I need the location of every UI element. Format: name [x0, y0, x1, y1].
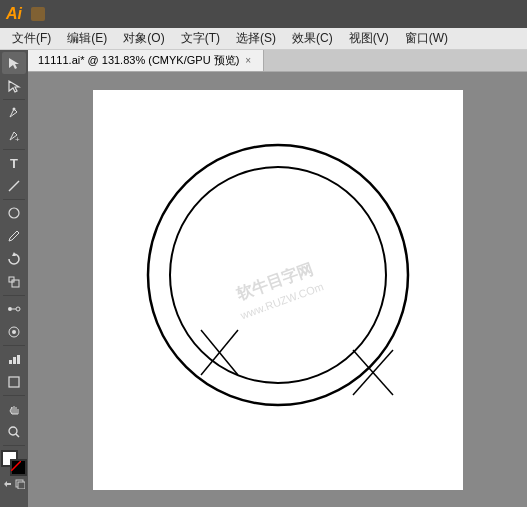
menu-effect[interactable]: 效果(C)	[284, 28, 341, 49]
artwork-svg	[93, 90, 463, 490]
svg-rect-17	[17, 355, 20, 364]
color-swatches[interactable]	[1, 450, 27, 476]
add-anchor-tool[interactable]: +	[2, 125, 26, 147]
svg-line-5	[9, 181, 19, 191]
svg-rect-23	[18, 482, 25, 489]
direct-select-tool[interactable]	[2, 75, 26, 97]
svg-line-21	[11, 461, 21, 471]
artboard-tool[interactable]	[2, 371, 26, 393]
divider-5	[3, 345, 25, 346]
line-tool[interactable]	[2, 175, 26, 197]
tab-label: 11111.ai* @ 131.83% (CMYK/GPU 预览)	[38, 53, 239, 68]
svg-text:+: +	[15, 135, 20, 143]
none-icon	[11, 460, 21, 470]
canvas-wrapper[interactable]: 软牛目字网 www.RUZW.COm	[28, 72, 527, 507]
svg-rect-18	[9, 377, 19, 387]
svg-rect-15	[9, 360, 12, 364]
svg-marker-1	[9, 58, 19, 69]
tab-close-button[interactable]: ×	[243, 55, 253, 66]
tab-bar: 11111.ai* @ 131.83% (CMYK/GPU 预览) ×	[28, 50, 527, 72]
divider-4	[3, 295, 25, 296]
default-colors-icon[interactable]	[15, 479, 25, 489]
artboard: 软牛目字网 www.RUZW.COm	[93, 90, 463, 490]
rotate-tool[interactable]	[2, 248, 26, 270]
divider-3	[3, 199, 25, 200]
divider-1	[3, 99, 25, 100]
svg-point-11	[16, 307, 20, 311]
symbol-tool[interactable]	[2, 321, 26, 343]
canvas-area: 11111.ai* @ 131.83% (CMYK/GPU 预览) × 软牛目字…	[28, 50, 527, 507]
svg-rect-16	[13, 357, 16, 364]
menu-select[interactable]: 选择(S)	[228, 28, 284, 49]
svg-marker-2	[9, 81, 19, 92]
menu-file[interactable]: 文件(F)	[4, 28, 59, 49]
blend-tool[interactable]	[2, 298, 26, 320]
menu-type[interactable]: 文字(T)	[173, 28, 228, 49]
swap-icons	[3, 479, 25, 489]
svg-line-20	[16, 434, 19, 437]
divider-2	[3, 149, 25, 150]
divider-6	[3, 395, 25, 396]
swap-icon[interactable]	[3, 479, 13, 489]
menu-window[interactable]: 窗口(W)	[397, 28, 456, 49]
ai-icon	[30, 6, 46, 22]
document-tab[interactable]: 11111.ai* @ 131.83% (CMYK/GPU 预览) ×	[28, 50, 264, 71]
zoom-tool[interactable]	[2, 421, 26, 443]
scale-tool[interactable]	[2, 271, 26, 293]
svg-point-14	[12, 330, 16, 334]
svg-point-6	[9, 208, 19, 218]
menu-view[interactable]: 视图(V)	[341, 28, 397, 49]
ai-logo: Ai	[6, 5, 22, 23]
brush-tool[interactable]	[2, 225, 26, 247]
svg-point-3	[13, 108, 16, 111]
select-tool[interactable]	[2, 52, 26, 74]
type-tool[interactable]: T	[2, 152, 26, 174]
svg-point-19	[9, 427, 17, 435]
title-bar: Ai	[0, 0, 527, 28]
menu-bar: 文件(F) 编辑(E) 对象(O) 文字(T) 选择(S) 效果(C) 视图(V…	[0, 28, 527, 50]
svg-point-10	[8, 307, 12, 311]
main-layout: + T	[0, 50, 527, 507]
svg-rect-0	[31, 7, 45, 21]
menu-edit[interactable]: 编辑(E)	[59, 28, 115, 49]
divider-7	[3, 445, 25, 446]
svg-point-24	[148, 145, 408, 405]
ellipse-tool[interactable]	[2, 202, 26, 224]
graph-tool[interactable]	[2, 348, 26, 370]
menu-object[interactable]: 对象(O)	[115, 28, 172, 49]
hand-tool[interactable]	[2, 398, 26, 420]
pen-tool[interactable]	[2, 102, 26, 124]
svg-rect-9	[12, 280, 19, 287]
toolbar: + T	[0, 50, 28, 507]
